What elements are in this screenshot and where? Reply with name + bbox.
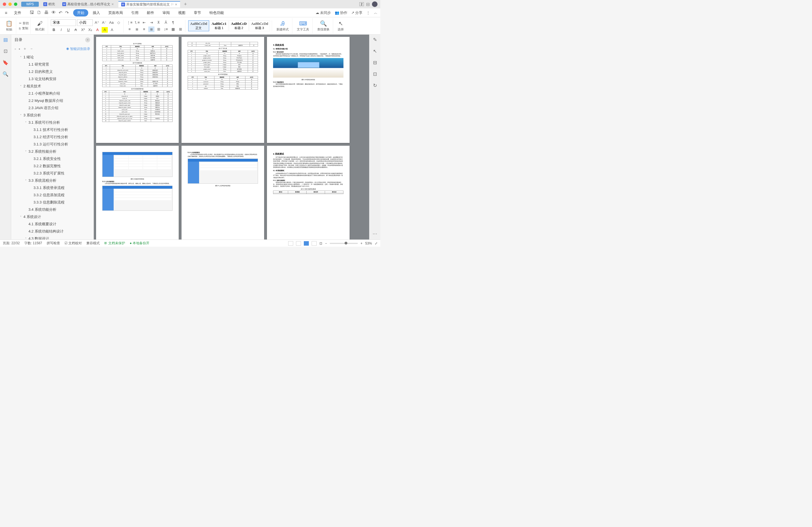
toc-item[interactable]: 4.1 系统概要设计 [11, 220, 93, 228]
font-size-select[interactable]: 小四 [77, 19, 93, 26]
paste-button[interactable]: 📋 粘贴 [4, 19, 14, 32]
toc-item[interactable]: ˅4 系统设计 [11, 213, 93, 220]
strike-button[interactable]: A [73, 27, 79, 33]
menu-view[interactable]: 视图 [174, 9, 189, 16]
toc-item[interactable]: ˅1 绪论 [11, 54, 93, 61]
menu-special[interactable]: 特色功能 [205, 9, 228, 16]
proofread[interactable]: ☑ 文档校对 [64, 241, 82, 246]
smart-toc-button[interactable]: ◉ 智能识别目录 [66, 47, 90, 52]
align-center-button[interactable]: ≣ [134, 27, 140, 32]
clear-format-button[interactable]: ◇ [116, 20, 122, 25]
outline-icon[interactable]: ▤ [3, 37, 8, 43]
menu-insert[interactable]: 插入 [89, 9, 104, 16]
bookmark-icon[interactable]: 🔖 [2, 60, 9, 65]
highlight-button[interactable]: A [102, 27, 108, 33]
zoom-out-button[interactable]: − [325, 241, 327, 245]
numbering-button[interactable]: ⒈≡ [134, 20, 140, 25]
view-print-layout[interactable] [288, 241, 293, 246]
toc-item[interactable]: 1.2 目的和意义 [11, 68, 93, 75]
cut-button[interactable]: ✂剪切 [19, 21, 29, 25]
show-marks-button[interactable]: ¶ [170, 20, 176, 25]
minimize-window[interactable] [9, 2, 12, 6]
superscript-button[interactable]: X² [80, 27, 86, 33]
doc-protect[interactable]: ⛨ 文档未保护 [104, 241, 125, 246]
underline-button[interactable]: U [66, 27, 72, 33]
style-heading2[interactable]: AaBbCcD 标题 2 [229, 20, 248, 31]
toc-item[interactable]: 3.1.1 技术可行性分析 [11, 126, 93, 133]
toc-item[interactable]: ˅4.3 数据设计 [11, 235, 93, 239]
toc-item[interactable]: 3.4 系统功能分析 [11, 206, 93, 213]
toc-item[interactable]: 2.2 Mysql 数据库介绍 [11, 97, 93, 104]
toc-item[interactable]: 1.1 研究背景 [11, 61, 93, 68]
more-icon[interactable]: ⋮ [366, 11, 370, 15]
justify-button[interactable]: ≣ [148, 27, 155, 32]
sort-button[interactable]: Ā [163, 20, 169, 25]
pointer-icon[interactable]: ↖ [373, 48, 377, 54]
toc-item[interactable]: 3.3.2 信息添加流程 [11, 191, 93, 199]
grow-font-button[interactable]: A⁺ [94, 20, 100, 25]
increase-indent-button[interactable]: ⇥ [148, 20, 155, 25]
toc-item[interactable]: ˅2 相关技术 [11, 83, 93, 90]
more-tools-icon[interactable]: ⋯ [373, 231, 377, 237]
save-as-icon[interactable]: 🗋 [37, 10, 41, 15]
toc-item[interactable]: 1.3 论文结构安排 [11, 75, 93, 83]
char-shading-button[interactable]: A [109, 27, 115, 33]
settings-icon[interactable]: ⊟ [373, 60, 377, 65]
view-web[interactable] [311, 241, 317, 246]
zoom-slider[interactable] [330, 243, 358, 244]
maximize-window[interactable] [14, 2, 17, 6]
save-icon[interactable]: 🖫 [30, 10, 34, 15]
tab-close-icon[interactable]: × [175, 2, 177, 7]
text-tools-button[interactable]: ⌨ 文字工具 [295, 19, 311, 32]
nav-remove-icon[interactable]: － [30, 46, 33, 52]
redo-icon[interactable]: ↷ [65, 10, 69, 15]
page-indicator[interactable]: 页面: 22/32 [3, 241, 20, 246]
align-right-button[interactable]: ≡ [141, 27, 147, 32]
app-tab-wps[interactable]: WPS [21, 2, 39, 7]
toc-item[interactable]: 3.2.1 系统安全性 [11, 155, 93, 162]
collapse-ribbon-icon[interactable]: ︿ [374, 10, 378, 15]
backup-status[interactable]: ● 本地备份开 [130, 241, 149, 246]
fullscreen-icon[interactable]: ⤢ [375, 241, 378, 245]
select-button[interactable]: ↖ 选择 [336, 19, 345, 32]
toc-item[interactable]: ˅3.3 系统流程分析 [11, 177, 93, 184]
shading-button[interactable]: ▦ [170, 27, 176, 32]
tab-pin-icon[interactable]: ⚐ [171, 2, 174, 6]
view-outline[interactable] [296, 241, 301, 246]
menu-section[interactable]: 章节 [190, 9, 205, 16]
hamburger-icon[interactable]: ≡ [3, 10, 10, 15]
distribute-button[interactable]: ⊞ [156, 27, 162, 32]
tab-close-icon[interactable]: × [112, 2, 114, 6]
font-color-button[interactable]: A [95, 27, 101, 33]
spell-check[interactable]: 拼写检查 [47, 241, 60, 246]
menu-mailings[interactable]: 邮件 [143, 9, 158, 16]
word-count[interactable]: 字数: 11587 [24, 241, 42, 246]
toc-item[interactable]: 3.2.2 数据完整性 [11, 162, 93, 170]
toc-item[interactable]: 3.2.3 系统可扩展性 [11, 170, 93, 177]
decrease-indent-button[interactable]: ⇤ [141, 20, 147, 25]
print-preview-icon[interactable]: 👁 [52, 10, 56, 15]
bold-button[interactable]: B [51, 27, 57, 33]
shrink-font-button[interactable]: A⁻ [101, 20, 107, 25]
menu-start[interactable]: 开始 [73, 9, 88, 16]
search-pane-icon[interactable]: 🔍 [2, 71, 9, 77]
format-painter-button[interactable]: 🖌 格式刷 [33, 20, 46, 32]
toc-item[interactable]: 2.3 JAVA 语言介绍 [11, 104, 93, 112]
subscript-button[interactable]: X₂ [87, 27, 93, 33]
style-body[interactable]: AaBbCcDd 正文 [188, 20, 209, 31]
menu-page-layout[interactable]: 页面布局 [104, 9, 127, 16]
sync-status[interactable]: ☁未同步 [316, 10, 331, 15]
style-heading1[interactable]: AaBbCc1 标题 1 [210, 20, 228, 31]
compat-mode[interactable]: 兼容模式 [86, 241, 100, 246]
bullets-button[interactable]: ⋮≡ [127, 20, 133, 25]
nav-close-icon[interactable]: × [85, 38, 90, 42]
tab-daoke[interactable]: D 稻壳 [41, 1, 58, 7]
toc-item[interactable]: 3.3.1 系统登录流程 [11, 184, 93, 191]
history-icon[interactable]: ↻ [373, 83, 377, 88]
share-button[interactable]: ↗分享 [351, 10, 362, 15]
line-spacing-button[interactable]: ↕≡ [163, 27, 169, 32]
tab-dorm-doc[interactable]: W 高校宿舍信息...统小程序论文 × [59, 1, 116, 7]
notification-icon[interactable]: ⊟ [366, 2, 370, 7]
tools-icon[interactable]: ⊡ [373, 71, 377, 77]
borders-button[interactable]: ⊞ [177, 27, 184, 32]
